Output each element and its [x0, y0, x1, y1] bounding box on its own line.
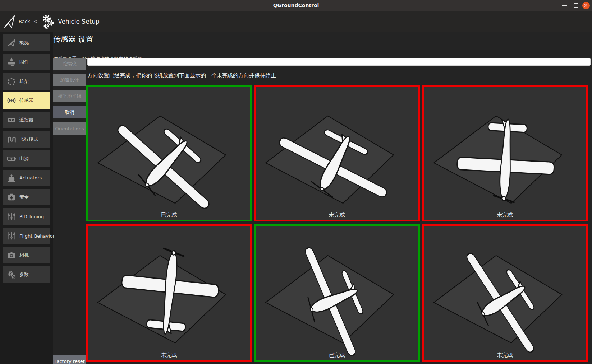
orientation-panel-nose-down: 未完成: [422, 85, 588, 221]
minimize-icon: [562, 5, 567, 6]
sidebar-item-label: PID Tuning: [19, 214, 44, 219]
sidebar-item-label: 传感器: [19, 97, 33, 104]
accelerometer-button[interactable]: 加速度计: [53, 74, 86, 86]
window-title: QGroundControl: [0, 0, 592, 11]
sidebar-item-flight-behavior[interactable]: Flight Behavior: [3, 228, 50, 244]
radio-icon: [6, 115, 17, 125]
sensors-icon: [6, 96, 17, 105]
vehicle-setup-sidebar: 概况 固件 机架 传感器 遥控器 飞行模式 电源 Actuators 安全 PI…: [0, 32, 53, 364]
orientation-instruction-text: 方向设置已经完成，把你的飞机放置到下面显示的一个未完成的方向并保持静止: [87, 72, 276, 79]
gyroscope-button[interactable]: 陀螺仪: [53, 58, 86, 70]
titlebar: QGroundControl ✕: [0, 0, 592, 11]
sidebar-item-safety[interactable]: 安全: [3, 189, 50, 205]
breadcrumb-separator: <: [33, 18, 38, 25]
tuning-icon: [6, 212, 17, 221]
qgc-paper-plane-icon[interactable]: [4, 14, 17, 29]
airframe-icon: [6, 77, 17, 86]
sidebar-item-overview[interactable]: 概况: [3, 34, 50, 51]
page-title: 传感器 设置: [53, 34, 93, 44]
sidebar-item-actuators[interactable]: Actuators: [3, 170, 50, 186]
safety-icon: [6, 192, 17, 202]
factory-reset-button[interactable]: Factory reset: [53, 355, 86, 364]
orientation-panel-grid: 已完成 未完成 未完成 未完成 已完成 未完成: [86, 85, 588, 362]
orientation-status-label: 未完成: [256, 211, 418, 218]
vehicle-setup-gears-icon: [41, 14, 55, 29]
calibration-progress-bar: [87, 58, 591, 66]
orientation-panel-right-side: 未完成: [422, 224, 588, 362]
orientation-3d-view: [88, 87, 250, 220]
minimize-button[interactable]: [560, 0, 568, 11]
sidebar-item-parameters[interactable]: 参数: [3, 266, 50, 283]
sidebar-item-sensors[interactable]: 传感器: [3, 92, 50, 109]
sidebar-item-label: 电源: [19, 155, 29, 162]
qgroundcontrol-window: { "window": { "title": "QGroundControl" …: [0, 0, 592, 364]
sidebar-item-label: 概况: [19, 39, 29, 46]
close-icon: ✕: [582, 2, 590, 9]
sidebar-item-label: Flight Behavior: [19, 233, 55, 239]
sidebar-item-label: Actuators: [19, 175, 42, 181]
firmware-icon: [6, 57, 17, 67]
sidebar-item-label: 固件: [19, 59, 29, 65]
paper-plane-icon: [6, 38, 17, 47]
gears-icon: [6, 270, 17, 279]
orientations-button[interactable]: Orientations: [53, 122, 86, 135]
orientation-3d-view: [88, 226, 250, 360]
actuators-icon: [6, 173, 17, 183]
sidebar-item-power[interactable]: 电源: [3, 150, 50, 167]
orientation-3d-view: [256, 87, 418, 220]
sidebar-item-camera[interactable]: 相机: [3, 247, 50, 263]
orientation-3d-view: [424, 87, 586, 220]
toolbar: Back < Vehicle Setup: [0, 11, 592, 32]
tuning-icon: [6, 231, 17, 241]
sidebar-item-label: 参数: [19, 271, 29, 278]
orientation-3d-view: [424, 226, 586, 360]
orientation-panel-left-side: 已完成: [254, 224, 419, 362]
level-horizon-button[interactable]: 校平地平线: [53, 90, 86, 102]
sidebar-item-label: 相机: [19, 252, 29, 258]
page-header-title: Vehicle Setup: [58, 18, 100, 25]
orientation-panel-nose-up: 未完成: [86, 224, 252, 362]
cancel-button[interactable]: 取消: [53, 106, 86, 118]
sidebar-item-firmware[interactable]: 固件: [3, 54, 50, 70]
orientation-status-label: 未完成: [424, 211, 586, 218]
orientation-status-label: 已完成: [88, 211, 250, 218]
orientation-3d-view: [256, 226, 418, 360]
power-icon: [6, 154, 17, 163]
sidebar-item-flight-modes[interactable]: 飞行模式: [3, 131, 50, 148]
orientation-status-label: 已完成: [256, 352, 418, 359]
orientation-panel-upside-down: 未完成: [254, 85, 419, 221]
close-button[interactable]: ✕: [581, 0, 591, 11]
orientation-panel-level: 已完成: [86, 85, 252, 221]
orientation-status-label: 未完成: [424, 352, 586, 359]
maximize-icon: [574, 3, 578, 8]
sidebar-item-label: 遥控器: [19, 117, 33, 123]
flight-modes-icon: [6, 135, 17, 144]
sidebar-item-radio[interactable]: 遥控器: [3, 112, 50, 128]
back-button[interactable]: Back: [19, 19, 30, 24]
sidebar-item-airframe[interactable]: 机架: [3, 73, 50, 90]
sidebar-item-label: 安全: [19, 194, 29, 200]
camera-icon: [6, 251, 17, 260]
sidebar-item-label: 机架: [19, 78, 29, 85]
orientation-status-label: 未完成: [88, 352, 250, 359]
sidebar-item-pid-tuning[interactable]: PID Tuning: [3, 208, 50, 225]
sidebar-item-label: 飞行模式: [19, 136, 38, 143]
maximize-button[interactable]: [572, 0, 580, 11]
